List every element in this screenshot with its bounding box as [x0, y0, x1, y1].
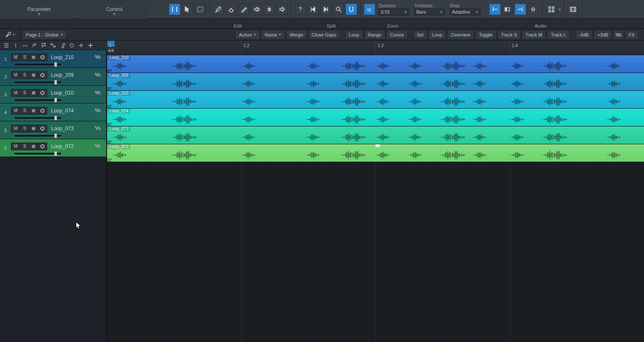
note-icon[interactable]: [58, 42, 67, 49]
tool-pencil[interactable]: [213, 4, 224, 15]
solo-button[interactable]: S: [20, 125, 29, 132]
track-name[interactable]: Loop_210: [51, 54, 73, 60]
solo-button[interactable]: S: [20, 71, 29, 79]
clip-lane[interactable]: Loop_072: [107, 144, 644, 162]
tool-zoom-icon[interactable]: [333, 4, 344, 15]
zoom-tracks-btn[interactable]: Track S: [497, 30, 521, 39]
mute-button[interactable]: M: [11, 107, 20, 115]
timebase-dropdown[interactable]: Timebase Bars▾: [412, 0, 447, 19]
tool-autoscroll-start[interactable]: [489, 4, 500, 15]
audio-clip[interactable]: Loop_073: [107, 126, 644, 144]
track-row[interactable]: 1MSLoop_210: [0, 50, 106, 68]
record-arm-button[interactable]: [29, 125, 38, 132]
tool-autoscroll-mid[interactable]: [502, 4, 513, 15]
arranger-lane-area[interactable]: 4/4 11.21.31.4 Loop_210Loop_209Loop_010L…: [107, 41, 644, 342]
track-row[interactable]: 5MSLoop_073: [0, 121, 106, 139]
page-selector[interactable]: Page 1 - Global▾: [22, 30, 67, 39]
quantize-dropdown[interactable]: Quantize 1/16▾: [376, 0, 412, 19]
tool-autoscroll-cursor[interactable]: [515, 4, 526, 15]
name-btn[interactable]: Name▾: [261, 30, 285, 39]
track-fader[interactable]: [14, 135, 61, 137]
mute-button[interactable]: M: [11, 89, 20, 97]
zoom-overview-btn[interactable]: Overview: [447, 30, 474, 39]
tool-skip-start[interactable]: [308, 4, 319, 15]
zoom-trackm-btn[interactable]: Track M: [522, 30, 546, 39]
track-fader[interactable]: [14, 81, 61, 83]
flag-icon[interactable]: [39, 42, 48, 49]
track-row[interactable]: 2MSLoop_209: [0, 68, 106, 86]
zoom-trackl-btn[interactable]: Track L: [547, 30, 570, 39]
audio-fx-btn[interactable]: FX: [625, 30, 638, 39]
monitor-button[interactable]: [38, 71, 47, 79]
envelope-icon[interactable]: [30, 42, 39, 49]
monitor-button[interactable]: [38, 125, 47, 132]
solo-button[interactable]: S: [20, 143, 29, 150]
automation-icon[interactable]: [20, 42, 30, 49]
zoom-toggle-btn[interactable]: Toggle: [475, 30, 496, 39]
track-fader[interactable]: [14, 99, 61, 101]
tool-skip-end[interactable]: [320, 4, 331, 15]
arrows-icon[interactable]: [76, 42, 86, 49]
tool-paint[interactable]: [238, 4, 249, 15]
tool-grid-icon[interactable]: [546, 4, 557, 15]
list-icon[interactable]: [2, 42, 11, 49]
track-row[interactable]: 6MSLoop_072: [0, 139, 106, 157]
tab-control[interactable]: Control ▾: [75, 0, 154, 19]
clip-lane[interactable]: Loop_210: [107, 55, 644, 73]
audio-clip[interactable]: Loop_210: [107, 55, 644, 73]
track-row[interactable]: 3MSLoop_010: [0, 86, 106, 104]
split-loop-btn[interactable]: Loop: [345, 30, 363, 39]
timeline-ruler[interactable]: 4/4 11.21.31.4: [107, 41, 644, 55]
tool-iq-button[interactable]: IQ: [364, 4, 375, 15]
solo-button[interactable]: S: [20, 107, 29, 115]
track-name[interactable]: Loop_073: [51, 126, 73, 132]
close-gaps-btn[interactable]: Close Gaps: [308, 30, 340, 39]
track-name[interactable]: Loop_072: [51, 143, 73, 149]
audio-wave-icon[interactable]: [613, 30, 624, 39]
merge-btn[interactable]: Merge: [286, 30, 307, 39]
record-arm-button[interactable]: [29, 89, 38, 97]
monitor-button[interactable]: [38, 89, 47, 97]
clip-lane[interactable]: Loop_209: [107, 73, 644, 91]
tool-film-icon[interactable]: [568, 4, 579, 15]
tab-parameter[interactable]: Parameter ▾: [0, 0, 79, 19]
action-btn[interactable]: Action▾: [235, 30, 260, 39]
split-cursor-btn[interactable]: Cursor: [386, 30, 408, 39]
track-fader[interactable]: [14, 153, 61, 154]
snap-dropdown[interactable]: Snap Adaptive▾: [447, 0, 483, 19]
mute-button[interactable]: M: [11, 143, 20, 150]
zoom-loop-btn[interactable]: Loop: [428, 30, 446, 39]
tool-split[interactable]: [264, 4, 275, 15]
track-fader[interactable]: [14, 64, 61, 65]
audio-clip[interactable]: Loop_209: [107, 73, 644, 90]
track-row[interactable]: 4MSLoop_074: [0, 104, 106, 121]
monitor-button[interactable]: [38, 107, 47, 115]
mute-button[interactable]: M: [11, 71, 20, 79]
monitor-button[interactable]: [38, 143, 47, 150]
audio-clip[interactable]: Loop_010: [107, 91, 644, 108]
tool-mute[interactable]: [251, 4, 262, 15]
solo-button[interactable]: S: [20, 53, 29, 61]
audio-plus3-btn[interactable]: +3dB: [593, 30, 612, 39]
tool-range[interactable]: [169, 4, 180, 15]
clip-lane[interactable]: Loop_074: [107, 109, 644, 126]
record-arm-button[interactable]: [29, 143, 38, 150]
tool-help-icon[interactable]: [295, 4, 306, 15]
clip-lane[interactable]: Loop_073: [107, 126, 644, 144]
audio-clip[interactable]: Loop_072: [107, 144, 644, 162]
tool-autoscroll-off[interactable]: [528, 4, 539, 15]
tool-marquee[interactable]: [195, 4, 206, 15]
audio-minus3-btn[interactable]: -3dB: [575, 30, 593, 39]
track-name[interactable]: Loop_010: [51, 90, 73, 96]
tool-snap-toggle[interactable]: [346, 4, 357, 15]
clip-lane[interactable]: Loop_010: [107, 91, 644, 109]
tool-listen[interactable]: [277, 4, 288, 15]
plus-icon[interactable]: [86, 42, 95, 49]
mute-button[interactable]: M: [11, 53, 20, 61]
track-fader[interactable]: [14, 117, 61, 119]
record-arm-button[interactable]: [29, 107, 38, 115]
record-arm-button[interactable]: [29, 53, 38, 61]
audio-clip[interactable]: Loop_074: [107, 109, 644, 126]
tool-eraser[interactable]: [226, 4, 237, 15]
wrench-menu[interactable]: ▾: [0, 29, 20, 41]
